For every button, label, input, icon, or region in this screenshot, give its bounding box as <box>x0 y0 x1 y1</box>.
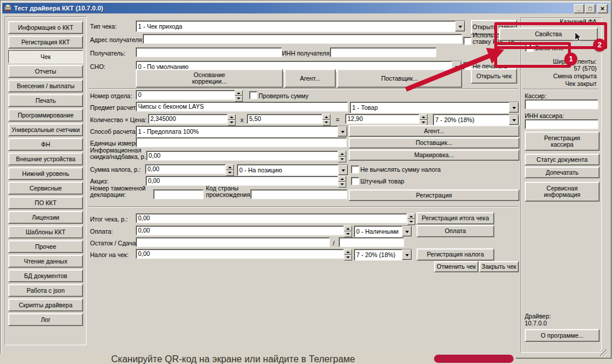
customs-input[interactable] <box>153 189 204 199</box>
spinner[interactable] <box>338 151 346 161</box>
supplier-button[interactable]: Поставщик... <box>349 137 519 148</box>
cashier-label: Кассир: <box>525 92 546 99</box>
sidebar-item-licenses[interactable]: Лицензии <box>8 211 83 224</box>
tax-sum-input[interactable]: 0,00 <box>145 164 226 174</box>
cashier-inn-input[interactable] <box>525 119 598 129</box>
total-input[interactable]: 0,00 <box>136 213 407 223</box>
resize-grip-icon[interactable] <box>600 349 608 356</box>
agent-button-top[interactable]: Агент... <box>284 69 336 88</box>
no-calc-tax-checkbox[interactable] <box>351 165 359 174</box>
cancel-check-button[interactable]: Отменить чек <box>434 261 478 272</box>
change-input-1[interactable] <box>136 237 330 247</box>
reprint-button[interactable]: Допечатать <box>525 167 600 178</box>
sidebar-item-service[interactable]: Сервисные <box>8 182 83 195</box>
minimize-icon[interactable]: _ <box>574 4 584 13</box>
reg-total-button[interactable]: Регистрация итога чека <box>416 212 494 224</box>
sidebar-item-fn[interactable]: ФН <box>8 138 83 151</box>
dropdown-arrow-icon[interactable] <box>509 102 519 113</box>
no-print-checkbox[interactable] <box>463 62 471 70</box>
sidebar-item-programming[interactable]: Программирование <box>8 109 83 122</box>
recipient-input[interactable] <box>136 47 282 57</box>
spinner[interactable] <box>322 114 330 124</box>
change-input-2[interactable] <box>339 237 404 247</box>
dropdown-arrow-icon[interactable] <box>338 126 347 137</box>
sidebar-item-universal-counters[interactable]: Универсальные счетчики <box>8 123 83 136</box>
method-combo[interactable]: 1 - Предоплата 100% <box>136 126 348 137</box>
address-input[interactable] <box>143 34 462 44</box>
separator <box>522 89 598 90</box>
pay-button[interactable]: Оплата <box>416 225 494 237</box>
sum-input[interactable]: 12,90 <box>345 114 419 124</box>
agent-button[interactable]: Агент... <box>349 125 519 137</box>
dropdown-arrow-icon[interactable] <box>455 21 465 32</box>
spinner[interactable] <box>344 249 352 259</box>
sno-label: СНО: <box>90 63 105 70</box>
check-type-combo[interactable]: 1 - Чек прихода <box>136 20 466 32</box>
marking-button[interactable]: Маркировка... <box>349 150 519 161</box>
sidebar-item-doc-db[interactable]: БД документов <box>8 269 83 282</box>
sidebar-item-print[interactable]: Печать <box>8 94 83 107</box>
supplier-button-top[interactable]: Поставщик... <box>337 69 462 88</box>
close-check-button[interactable]: Закрыть чек <box>479 261 519 272</box>
quantity-input[interactable]: 2,345000 <box>148 114 228 124</box>
sidebar-item-other[interactable]: Прочее <box>8 240 83 253</box>
units-input[interactable] <box>136 137 347 147</box>
cashier-input[interactable] <box>525 99 598 109</box>
piece-goods-checkbox[interactable] <box>351 177 359 185</box>
price-input[interactable]: 5,50 <box>247 114 322 124</box>
sidebar-item-log[interactable]: Лог <box>8 313 83 326</box>
maximize-icon[interactable]: □ <box>585 4 595 13</box>
reg-cashier-button[interactable]: Регистрация кассира <box>525 131 600 151</box>
verify-sum-checkbox[interactable] <box>249 91 257 99</box>
sidebar-item-kkt-software[interactable]: ПО ККТ <box>8 196 83 209</box>
spinner[interactable] <box>228 114 236 124</box>
recipient-label: Получатель: <box>90 50 125 57</box>
reg-tax-button[interactable]: Регистрация налога <box>416 248 494 261</box>
sidebar-item-driver-scripts[interactable]: Скрипты драйвера <box>8 299 83 311</box>
recipient-inn-input[interactable] <box>330 47 436 57</box>
dropdown-arrow-icon[interactable] <box>402 249 412 260</box>
sidebar-item-reports[interactable]: Отчеты <box>8 65 83 78</box>
sidebar-item-json[interactable]: Работа с json <box>8 284 83 297</box>
excise-input[interactable]: 0,00 <box>146 176 338 186</box>
doc-status-button[interactable]: Статус документа <box>525 154 600 165</box>
close-icon[interactable]: ✕ <box>597 4 608 13</box>
payment-type-combo[interactable]: 0 - Наличными <box>354 226 412 237</box>
payment-input[interactable]: 0,00 <box>136 226 344 235</box>
subject-type-combo[interactable]: 1 - Товар <box>350 102 519 113</box>
sidebar-item-kkt-registration[interactable]: Регистрация ККТ <box>8 36 83 48</box>
open-check-button[interactable]: Открыть чек <box>471 68 517 84</box>
spinner[interactable] <box>407 213 415 223</box>
sidebar-item-external-devices[interactable]: Внешние устройства <box>8 152 83 165</box>
sidebar-item-kkt-info[interactable]: Информация о ККТ <box>8 21 83 34</box>
sidebar-item-kkt-templates[interactable]: Шаблоны ККТ <box>8 226 83 238</box>
subject-input[interactable]: Чипсы с беконом LAYS <box>136 102 348 112</box>
check-tax-input[interactable]: 0,00 <box>136 249 344 259</box>
department-input[interactable]: 0 <box>136 90 235 100</box>
item-tax-rate-combo[interactable]: 7 - 20% (18%) <box>433 114 519 126</box>
spinner[interactable] <box>226 164 234 174</box>
spinner[interactable] <box>344 226 352 235</box>
sidebar-item-low-level[interactable]: Нижний уровень <box>8 167 83 180</box>
dropdown-arrow-icon[interactable] <box>509 115 519 125</box>
discount-input[interactable]: 0,00 <box>146 151 338 161</box>
country-input[interactable] <box>250 189 347 199</box>
tax-target-value: 0 - На позицию <box>237 167 338 174</box>
about-button[interactable]: О программе... <box>525 329 600 342</box>
title-bar[interactable]: Тест драйвера ККТ (10.7.0.0) _ □ ✕ <box>2 3 609 13</box>
spinner[interactable] <box>419 114 428 124</box>
check-tax-rate-combo[interactable]: 7 - 20% (18%) <box>354 249 412 261</box>
spinner[interactable] <box>338 176 346 186</box>
sidebar-item-read-data[interactable]: Чтение данных <box>8 255 83 268</box>
registration-button[interactable]: Регистрация <box>349 189 519 201</box>
correction-basis-button[interactable]: Основание коррекции... <box>136 69 283 88</box>
use-vat18-checkbox[interactable] <box>463 37 471 45</box>
sidebar-item-check[interactable]: Чек <box>8 50 83 63</box>
dropdown-arrow-icon[interactable] <box>402 226 412 237</box>
spinner[interactable] <box>235 90 243 100</box>
sidebar-item-deposits-payouts[interactable]: Внесения / выплаты <box>8 79 83 92</box>
service-info-button[interactable]: Сервисная информация <box>525 182 600 202</box>
tax-target-combo[interactable]: 0 - На позицию <box>237 164 349 176</box>
dropdown-arrow-icon[interactable] <box>338 165 348 175</box>
separator <box>89 88 518 89</box>
